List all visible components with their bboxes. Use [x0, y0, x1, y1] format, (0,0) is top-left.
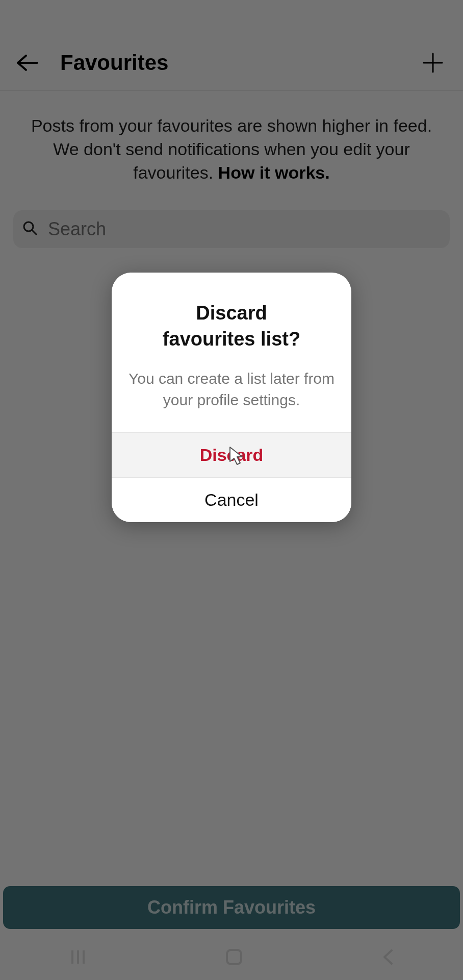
cancel-button[interactable]: Cancel [112, 477, 351, 522]
modal-overlay[interactable]: Discard favourites list? You can create … [0, 0, 463, 980]
discard-dialog: Discard favourites list? You can create … [112, 273, 351, 522]
discard-button[interactable]: Discard [112, 432, 351, 477]
dialog-message: You can create a list later from your pr… [125, 368, 338, 411]
dialog-title: Discard favourites list? [125, 300, 338, 353]
dialog-title-line1: Discard [196, 302, 267, 324]
dialog-title-line2: favourites list? [163, 328, 300, 350]
dialog-body: Discard favourites list? You can create … [112, 273, 351, 432]
screen: 7:05 47% [0, 0, 463, 980]
